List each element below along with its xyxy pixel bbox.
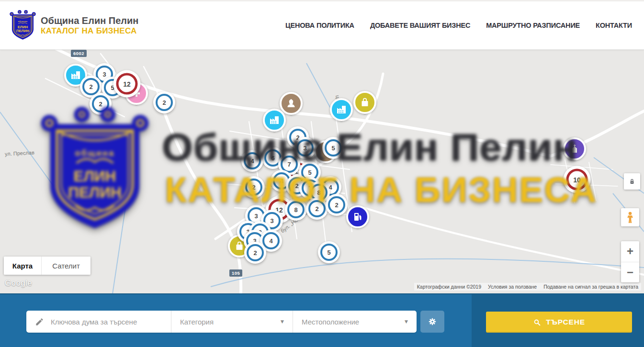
business-pin-bag[interactable] bbox=[353, 91, 376, 114]
svg-text:ЕЛИН: ЕЛИН bbox=[18, 25, 28, 29]
nav-item-2[interactable]: МАРШРУТНО РАЗПИСАНИЕ bbox=[486, 22, 580, 29]
pegman-button[interactable] bbox=[621, 208, 639, 226]
chevron-down-icon: ▼ bbox=[281, 319, 284, 324]
cluster-marker[interactable]: 2 bbox=[153, 91, 175, 113]
map-canvas[interactable]: 6002105 ул. Преславбул. „Новоселци bbox=[0, 50, 644, 293]
business-pin-factory[interactable] bbox=[330, 98, 353, 121]
site-subtitle: КАТАЛОГ НА БИЗНЕСА bbox=[41, 26, 138, 36]
pegman-icon bbox=[624, 211, 636, 224]
factory-icon bbox=[269, 114, 280, 126]
worker-icon bbox=[285, 98, 297, 109]
gear-icon bbox=[427, 316, 438, 327]
advanced-search-button[interactable] bbox=[420, 311, 444, 333]
map-attribution: Картографски данни ©2019 Условия за полз… bbox=[414, 283, 641, 291]
cluster-marker[interactable]: 8 bbox=[285, 199, 307, 221]
map-type-satellite-button[interactable]: Сателит bbox=[41, 257, 90, 275]
keyword-field bbox=[26, 311, 171, 333]
search-button-label: ТЪРСЕНЕ bbox=[546, 318, 585, 326]
cluster-marker[interactable]: 3 bbox=[294, 137, 316, 159]
cluster-marker[interactable]: 2 bbox=[90, 93, 112, 115]
cluster-marker[interactable]: 10 bbox=[564, 166, 591, 193]
keyword-search-input[interactable] bbox=[51, 318, 166, 326]
attribution-terms-link[interactable]: Условия за ползване bbox=[488, 284, 537, 290]
cluster-marker[interactable]: 2 bbox=[243, 176, 265, 198]
factory-icon bbox=[70, 69, 81, 81]
cluster-marker[interactable]: 2 bbox=[306, 198, 328, 220]
google-logo[interactable]: Google bbox=[5, 279, 32, 288]
search-group: Категория ▼ Местоположение ▼ bbox=[26, 311, 417, 333]
bag-icon bbox=[359, 97, 371, 108]
business-pin-factory[interactable] bbox=[263, 109, 286, 132]
site-title: Община Елин Пелин bbox=[41, 15, 138, 26]
header: община ЕЛИН ПЕЛИН Община Елин Пелин КАТА… bbox=[0, 0, 644, 50]
factory-icon bbox=[336, 104, 347, 115]
nav-item-0[interactable]: ЦЕНОВА ПОЛИТИКА bbox=[285, 22, 354, 29]
zoom-in-button[interactable]: + bbox=[621, 241, 639, 262]
svg-text:ПЕЛИН: ПЕЛИН bbox=[16, 29, 30, 33]
category-select[interactable]: Категория ▼ bbox=[171, 311, 293, 333]
lock-icon bbox=[628, 178, 636, 185]
zoom-control: + − bbox=[621, 241, 639, 282]
business-pin-church[interactable] bbox=[563, 137, 586, 160]
cluster-marker[interactable]: 2 bbox=[244, 242, 266, 264]
zoom-out-button[interactable]: − bbox=[621, 262, 639, 283]
business-pin-fuel[interactable] bbox=[346, 205, 369, 228]
church-icon bbox=[569, 143, 580, 155]
location-select[interactable]: Местоположение ▼ bbox=[293, 311, 417, 333]
cluster-marker[interactable]: 2 bbox=[326, 194, 348, 216]
lock-button[interactable] bbox=[624, 173, 640, 190]
search-button[interactable]: ТЪРСЕНЕ bbox=[486, 312, 632, 333]
svg-text:община: община bbox=[18, 20, 27, 22]
nav-item-1[interactable]: ДОБАВЕТЕ ВАШИЯТ БИЗНЕС bbox=[370, 22, 470, 29]
chevron-down-icon: ▼ bbox=[405, 319, 408, 324]
cluster-marker[interactable]: 5 bbox=[318, 241, 340, 263]
road-shield: 6002 bbox=[71, 50, 87, 57]
category-select-label: Категория bbox=[180, 318, 214, 326]
cluster-marker[interactable]: 12 bbox=[113, 70, 141, 98]
search-bar-right-panel: ТЪРСЕНЕ bbox=[472, 294, 644, 347]
nav-item-3[interactable]: КОНТАКТИ bbox=[596, 22, 632, 29]
location-select-label: Местоположение bbox=[302, 318, 359, 326]
cluster-marker[interactable]: 5 bbox=[322, 137, 344, 159]
attribution-report-link[interactable]: Подаване на сигнал за грешка в картата bbox=[543, 284, 638, 290]
attribution-data: Картографски данни ©2019 bbox=[417, 284, 481, 290]
search-bar: Категория ▼ Местоположение ▼ bbox=[0, 293, 644, 347]
map-type-control: Карта Сателит bbox=[4, 257, 90, 275]
search-icon bbox=[533, 318, 541, 326]
cluster-marker[interactable]: 4 bbox=[241, 150, 263, 172]
road-shield: 105 bbox=[229, 269, 242, 277]
page: община ЕЛИН ПЕЛИН Община Елин Пелин КАТА… bbox=[0, 0, 644, 347]
brand-home-link[interactable]: община ЕЛИН ПЕЛИН Община Елин Пелин КАТА… bbox=[10, 10, 138, 41]
municipality-logo-icon: община ЕЛИН ПЕЛИН bbox=[10, 10, 36, 41]
map-type-map-button[interactable]: Карта bbox=[4, 257, 41, 275]
pencil-icon bbox=[35, 317, 44, 326]
main-nav: ЦЕНОВА ПОЛИТИКАДОБАВЕТЕ ВАШИЯТ БИЗНЕСМАР… bbox=[285, 22, 632, 29]
fuel-icon bbox=[352, 211, 363, 223]
